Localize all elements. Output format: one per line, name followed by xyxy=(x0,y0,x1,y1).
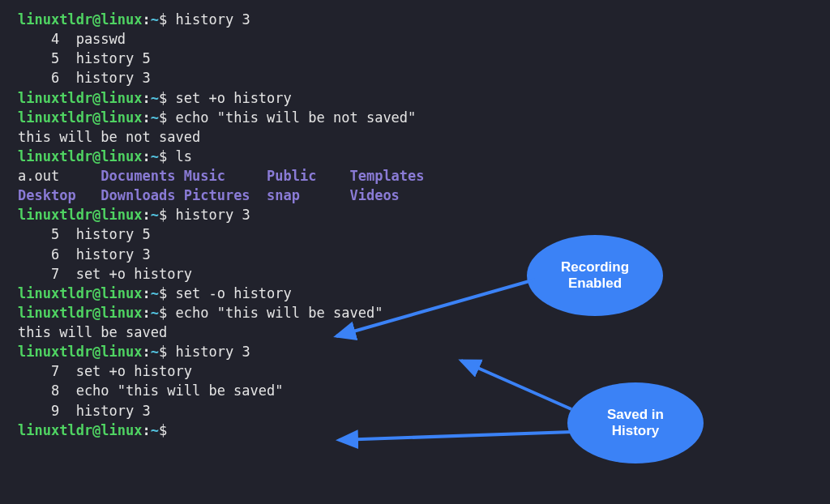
shell-prompt: linuxtldr@linux:~$ xyxy=(18,90,176,106)
output-text: this will be not saved xyxy=(18,129,200,145)
annotation-text: Recording xyxy=(561,259,629,275)
terminal-line: this will be not saved xyxy=(18,127,815,147)
output-text: 8 echo "this will be saved" xyxy=(18,382,284,399)
terminal-line: 5 history 5 xyxy=(18,49,815,68)
ls-directory: Pictures xyxy=(184,187,267,203)
annotation-saved-in-history: Saved in History xyxy=(567,382,704,463)
ls-directory: Downloads xyxy=(101,187,183,203)
terminal-line: linuxtldr@linux:~$ set +o history xyxy=(18,88,815,108)
command-text: history 3 xyxy=(176,207,250,223)
output-text: 4 passwd xyxy=(18,31,126,47)
annotation-text: Saved in xyxy=(607,407,664,423)
output-text: 7 set +o history xyxy=(18,363,192,379)
ls-directory: Templates xyxy=(349,168,424,184)
terminal-line: linuxtldr@linux:~$ history 3 xyxy=(18,342,815,361)
terminal-line: linuxtldr@linux:~$ history 3 xyxy=(18,205,815,224)
output-text: 6 history 3 xyxy=(18,246,151,263)
command-text: history 3 xyxy=(176,344,250,360)
ls-directory: Music xyxy=(184,168,267,184)
terminal-line: linuxtldr@linux:~$ ls xyxy=(18,147,815,166)
ls-directory: Desktop xyxy=(18,187,101,203)
output-text: 6 history 3 xyxy=(18,70,151,86)
output-text: this will be saved xyxy=(18,324,167,340)
shell-prompt: linuxtldr@linux:~$ xyxy=(18,344,176,360)
command-text: set -o history xyxy=(176,285,292,301)
annotation-recording-enabled: Recording Enabled xyxy=(527,235,663,316)
terminal-line: 7 set +o history xyxy=(18,264,815,284)
ls-directory: snap xyxy=(267,187,349,203)
command-text: ls xyxy=(176,148,192,164)
command-text: echo "this will be saved" xyxy=(176,305,383,321)
output-text: 5 history 5 xyxy=(18,50,151,66)
terminal-line: Desktop Downloads Pictures snap Videos xyxy=(18,186,815,205)
shell-prompt: linuxtldr@linux:~$ xyxy=(18,207,176,223)
shell-prompt: linuxtldr@linux:~$ xyxy=(18,148,176,164)
command-text: history 3 xyxy=(176,11,250,28)
terminal-line: 4 passwd xyxy=(18,29,815,49)
terminal-line: 6 history 3 xyxy=(18,245,815,264)
annotation-text: History xyxy=(612,423,660,439)
terminal-line: linuxtldr@linux:~$ echo "this will be no… xyxy=(18,108,815,127)
shell-prompt: linuxtldr@linux:~$ xyxy=(18,109,176,126)
command-text: echo "this will be not saved" xyxy=(176,109,417,126)
annotation-text: Enabled xyxy=(568,275,622,292)
terminal-line: 8 echo "this will be saved" xyxy=(18,381,815,400)
ls-directory: Public xyxy=(267,168,349,184)
terminal-line: 5 history 5 xyxy=(18,224,815,244)
terminal-line: 7 set +o history xyxy=(18,361,815,381)
shell-prompt: linuxtldr@linux:~$ xyxy=(18,285,176,301)
ls-directory: Videos xyxy=(349,187,399,203)
terminal-line: this will be saved xyxy=(18,322,815,342)
ls-file: a.out xyxy=(18,168,101,184)
command-text: set +o history xyxy=(176,90,292,106)
terminal-line: linuxtldr@linux:~$ echo "this will be sa… xyxy=(18,303,815,322)
terminal-line: a.out Documents Music Public Templates xyxy=(18,166,815,186)
ls-directory: Documents xyxy=(101,168,183,184)
output-text: 9 history 3 xyxy=(18,403,151,419)
output-text: 5 history 5 xyxy=(18,226,151,242)
shell-prompt: linuxtldr@linux:~$ xyxy=(18,305,176,321)
terminal-window[interactable]: linuxtldr@linux:~$ history 3 4 passwd 5 … xyxy=(0,0,830,450)
shell-prompt: linuxtldr@linux:~$ xyxy=(18,422,176,438)
terminal-line: linuxtldr@linux:~$ set -o history xyxy=(18,284,815,303)
terminal-line: 6 history 3 xyxy=(18,68,815,88)
shell-prompt: linuxtldr@linux:~$ xyxy=(18,11,176,28)
terminal-line: linuxtldr@linux:~$ history 3 xyxy=(18,10,815,29)
output-text: 7 set +o history xyxy=(18,266,192,282)
